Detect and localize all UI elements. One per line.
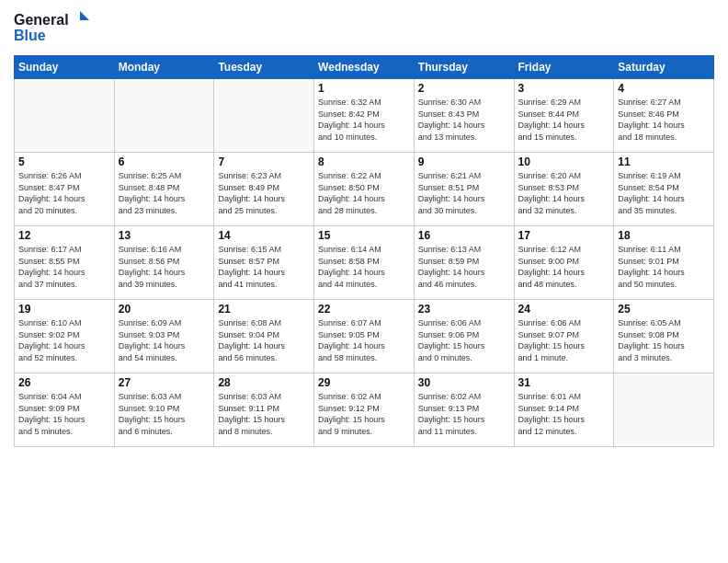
- day-number: 18: [618, 229, 710, 242]
- calendar-cell: 20Sunrise: 6:09 AM Sunset: 9:03 PM Dayli…: [114, 300, 214, 373]
- day-number: 1: [318, 82, 410, 95]
- day-info: Sunrise: 6:19 AM Sunset: 8:54 PM Dayligh…: [618, 170, 710, 216]
- day-number: 19: [18, 303, 110, 316]
- day-info: Sunrise: 6:23 AM Sunset: 8:49 PM Dayligh…: [218, 170, 310, 216]
- calendar-cell: 3Sunrise: 6:29 AM Sunset: 8:44 PM Daylig…: [514, 79, 614, 153]
- calendar-week-row: 1Sunrise: 6:32 AM Sunset: 8:42 PM Daylig…: [15, 79, 714, 153]
- day-number: 21: [218, 303, 310, 316]
- day-info: Sunrise: 6:02 AM Sunset: 9:13 PM Dayligh…: [418, 391, 510, 437]
- day-info: Sunrise: 6:06 AM Sunset: 9:06 PM Dayligh…: [418, 317, 510, 363]
- day-number: 12: [18, 229, 110, 242]
- calendar-cell: 19Sunrise: 6:10 AM Sunset: 9:02 PM Dayli…: [15, 300, 115, 373]
- calendar-weekday-friday: Friday: [514, 56, 614, 79]
- calendar-week-row: 12Sunrise: 6:17 AM Sunset: 8:55 PM Dayli…: [15, 226, 714, 300]
- day-number: 29: [318, 376, 410, 389]
- day-number: 2: [418, 82, 510, 95]
- calendar-cell: 18Sunrise: 6:11 AM Sunset: 9:01 PM Dayli…: [614, 226, 714, 300]
- calendar-cell: 21Sunrise: 6:08 AM Sunset: 9:04 PM Dayli…: [214, 300, 314, 373]
- svg-marker-2: [80, 11, 89, 20]
- calendar-cell: 30Sunrise: 6:02 AM Sunset: 9:13 PM Dayli…: [414, 373, 514, 447]
- svg-text:Blue: Blue: [14, 28, 46, 43]
- day-number: 23: [418, 303, 510, 316]
- header: GeneralBlue: [14, 9, 714, 46]
- calendar-weekday-thursday: Thursday: [414, 56, 514, 79]
- calendar-cell: 8Sunrise: 6:22 AM Sunset: 8:50 PM Daylig…: [314, 153, 415, 226]
- calendar-cell: 15Sunrise: 6:14 AM Sunset: 8:58 PM Dayli…: [314, 226, 415, 300]
- calendar-cell: 4Sunrise: 6:27 AM Sunset: 8:46 PM Daylig…: [614, 79, 714, 153]
- day-info: Sunrise: 6:03 AM Sunset: 9:10 PM Dayligh…: [119, 391, 210, 437]
- calendar-cell: 25Sunrise: 6:05 AM Sunset: 9:08 PM Dayli…: [614, 300, 714, 373]
- calendar-cell: [114, 79, 214, 153]
- day-info: Sunrise: 6:26 AM Sunset: 8:47 PM Dayligh…: [18, 170, 110, 216]
- day-number: 7: [218, 155, 310, 168]
- day-number: 5: [18, 155, 110, 168]
- calendar-week-row: 5Sunrise: 6:26 AM Sunset: 8:47 PM Daylig…: [15, 153, 714, 226]
- day-number: 3: [518, 82, 610, 95]
- calendar-cell: 23Sunrise: 6:06 AM Sunset: 9:06 PM Dayli…: [414, 300, 514, 373]
- logo-svg: GeneralBlue: [14, 9, 97, 46]
- day-number: 8: [318, 155, 410, 168]
- day-number: 25: [618, 303, 710, 316]
- calendar-cell: 6Sunrise: 6:25 AM Sunset: 8:48 PM Daylig…: [114, 153, 214, 226]
- calendar-cell: 17Sunrise: 6:12 AM Sunset: 9:00 PM Dayli…: [514, 226, 614, 300]
- day-info: Sunrise: 6:13 AM Sunset: 8:59 PM Dayligh…: [418, 244, 510, 290]
- day-number: 31: [518, 376, 610, 389]
- calendar-weekday-sunday: Sunday: [15, 56, 115, 79]
- day-number: 17: [518, 229, 610, 242]
- day-info: Sunrise: 6:03 AM Sunset: 9:11 PM Dayligh…: [218, 391, 310, 437]
- calendar-cell: 11Sunrise: 6:19 AM Sunset: 8:54 PM Dayli…: [614, 153, 714, 226]
- calendar-cell: 13Sunrise: 6:16 AM Sunset: 8:56 PM Dayli…: [114, 226, 214, 300]
- day-info: Sunrise: 6:05 AM Sunset: 9:08 PM Dayligh…: [618, 317, 710, 363]
- calendar-cell: 2Sunrise: 6:30 AM Sunset: 8:43 PM Daylig…: [414, 79, 514, 153]
- day-info: Sunrise: 6:01 AM Sunset: 9:14 PM Dayligh…: [518, 391, 610, 437]
- day-info: Sunrise: 6:14 AM Sunset: 8:58 PM Dayligh…: [318, 244, 410, 290]
- calendar-cell: 5Sunrise: 6:26 AM Sunset: 8:47 PM Daylig…: [15, 153, 115, 226]
- day-info: Sunrise: 6:02 AM Sunset: 9:12 PM Dayligh…: [318, 391, 410, 437]
- calendar-cell: [614, 373, 714, 447]
- day-info: Sunrise: 6:29 AM Sunset: 8:44 PM Dayligh…: [518, 97, 610, 143]
- calendar-cell: 7Sunrise: 6:23 AM Sunset: 8:49 PM Daylig…: [214, 153, 314, 226]
- calendar-weekday-monday: Monday: [114, 56, 214, 79]
- day-info: Sunrise: 6:21 AM Sunset: 8:51 PM Dayligh…: [418, 170, 510, 216]
- day-number: 20: [119, 303, 210, 316]
- day-number: 13: [119, 229, 210, 242]
- calendar-cell: 27Sunrise: 6:03 AM Sunset: 9:10 PM Dayli…: [114, 373, 214, 447]
- calendar-weekday-tuesday: Tuesday: [214, 56, 314, 79]
- calendar-cell: 16Sunrise: 6:13 AM Sunset: 8:59 PM Dayli…: [414, 226, 514, 300]
- calendar-cell: 28Sunrise: 6:03 AM Sunset: 9:11 PM Dayli…: [214, 373, 314, 447]
- day-number: 24: [518, 303, 610, 316]
- calendar-cell: 29Sunrise: 6:02 AM Sunset: 9:12 PM Dayli…: [314, 373, 415, 447]
- day-info: Sunrise: 6:27 AM Sunset: 8:46 PM Dayligh…: [618, 97, 710, 143]
- day-info: Sunrise: 6:32 AM Sunset: 8:42 PM Dayligh…: [318, 97, 410, 143]
- calendar-cell: 24Sunrise: 6:06 AM Sunset: 9:07 PM Dayli…: [514, 300, 614, 373]
- day-info: Sunrise: 6:17 AM Sunset: 8:55 PM Dayligh…: [18, 244, 110, 290]
- page: GeneralBlue SundayMondayTuesdayWednesday…: [0, 0, 728, 563]
- svg-text:General: General: [14, 12, 69, 28]
- day-number: 11: [618, 155, 710, 168]
- day-info: Sunrise: 6:16 AM Sunset: 8:56 PM Dayligh…: [119, 244, 210, 290]
- day-number: 26: [18, 376, 110, 389]
- calendar-cell: 31Sunrise: 6:01 AM Sunset: 9:14 PM Dayli…: [514, 373, 614, 447]
- day-info: Sunrise: 6:15 AM Sunset: 8:57 PM Dayligh…: [218, 244, 310, 290]
- calendar-cell: [15, 79, 115, 153]
- calendar-cell: 10Sunrise: 6:20 AM Sunset: 8:53 PM Dayli…: [514, 153, 614, 226]
- calendar-week-row: 26Sunrise: 6:04 AM Sunset: 9:09 PM Dayli…: [15, 373, 714, 447]
- calendar-cell: 14Sunrise: 6:15 AM Sunset: 8:57 PM Dayli…: [214, 226, 314, 300]
- calendar-cell: [214, 79, 314, 153]
- day-number: 9: [418, 155, 510, 168]
- day-number: 16: [418, 229, 510, 242]
- day-info: Sunrise: 6:07 AM Sunset: 9:05 PM Dayligh…: [318, 317, 410, 363]
- day-number: 30: [418, 376, 510, 389]
- logo: GeneralBlue: [14, 9, 97, 46]
- day-info: Sunrise: 6:10 AM Sunset: 9:02 PM Dayligh…: [18, 317, 110, 363]
- day-info: Sunrise: 6:30 AM Sunset: 8:43 PM Dayligh…: [418, 97, 510, 143]
- calendar-table: SundayMondayTuesdayWednesdayThursdayFrid…: [14, 55, 714, 447]
- day-info: Sunrise: 6:11 AM Sunset: 9:01 PM Dayligh…: [618, 244, 710, 290]
- day-info: Sunrise: 6:25 AM Sunset: 8:48 PM Dayligh…: [119, 170, 210, 216]
- calendar-cell: 9Sunrise: 6:21 AM Sunset: 8:51 PM Daylig…: [414, 153, 514, 226]
- day-info: Sunrise: 6:22 AM Sunset: 8:50 PM Dayligh…: [318, 170, 410, 216]
- calendar-weekday-saturday: Saturday: [614, 56, 714, 79]
- day-info: Sunrise: 6:12 AM Sunset: 9:00 PM Dayligh…: [518, 244, 610, 290]
- calendar-week-row: 19Sunrise: 6:10 AM Sunset: 9:02 PM Dayli…: [15, 300, 714, 373]
- day-number: 28: [218, 376, 310, 389]
